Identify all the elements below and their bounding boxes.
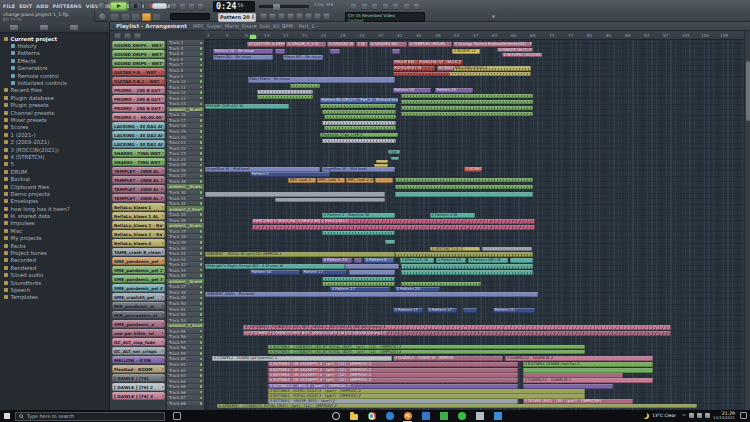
picker-clip[interactable]: TEMPLET - 2008 AL 4▾ <box>112 194 165 202</box>
playlist-clip[interactable]: AngelBox W - Mid beat <box>322 167 395 172</box>
pencil-icon[interactable] <box>260 13 267 20</box>
track-mute-led[interactable] <box>200 252 203 255</box>
playlist-clip[interactable]: MPC took 4 <box>288 178 316 183</box>
track-header[interactable]: ambient__Snare W <box>167 223 204 229</box>
chevron-down-icon[interactable]: ▾ <box>162 367 165 371</box>
playlist-clip[interactable]: MELLOW GOLD 2 <box>453 66 531 71</box>
playlist-clip[interactable]: 4 BOTW64 - (W 34)(KEPT) 2 - (prt) - (12)… <box>268 378 518 383</box>
playlist-clip[interactable]: 4 Pattern 17 <box>427 308 457 313</box>
book-icon[interactable] <box>392 3 399 10</box>
timeline-ruler[interactable]: 1591317212529333741454953576165697377818… <box>205 31 744 40</box>
track-mute-led[interactable] <box>200 280 203 283</box>
green-app-taskbar-icon[interactable] <box>439 412 448 421</box>
playlist-clip[interactable]: ACQUITTED & DEFEND <box>247 42 285 47</box>
note-icon[interactable] <box>361 3 368 10</box>
playlist-clip[interactable]: 4 DAWNLS2 - DAWN W 2 <box>523 378 653 383</box>
paint-tool-icon[interactable] <box>124 33 131 39</box>
playlist-clip[interactable] <box>322 121 396 125</box>
whatsapp-taskbar-icon[interactable] <box>457 412 466 421</box>
playlist-clip[interactable] <box>322 282 395 286</box>
track-mute-led[interactable] <box>200 219 203 222</box>
scrollbar-thumb[interactable] <box>746 61 750 121</box>
track-mute-led[interactable] <box>200 385 203 388</box>
track-mute-led[interactable] <box>200 169 203 172</box>
edge-taskbar-icon[interactable] <box>385 412 394 421</box>
chevron-down-icon[interactable]: ▾ <box>162 142 165 146</box>
track-mute-led[interactable] <box>200 47 203 50</box>
cortana-taskbar-icon[interactable] <box>331 412 340 421</box>
picker-clip[interactable]: FleeGod - BOOM▾ <box>112 365 165 373</box>
battery-icon[interactable] <box>689 413 694 418</box>
stop-button[interactable] <box>129 2 142 10</box>
pan-knob[interactable] <box>99 13 106 20</box>
pattern-selector[interactable]: Pattern 20 ▲▼ <box>218 13 256 22</box>
picker-clip[interactable]: PROMO - 200 B GUT AL 2▾ <box>112 95 165 103</box>
track-mute-led[interactable] <box>200 347 203 350</box>
picker-clip[interactable]: SHAKES - TING WET▾ <box>112 149 165 157</box>
playlist-clip[interactable]: 4 Pattern 8 <box>364 258 394 263</box>
playlist-clip[interactable] <box>322 231 395 235</box>
track-mute-led[interactable] <box>200 397 203 400</box>
playlist-clip[interactable]: Pattern 5 <box>250 172 330 177</box>
options-icon[interactable] <box>134 33 141 39</box>
track-mute-led[interactable] <box>200 53 203 56</box>
paint-taskbar-icon[interactable] <box>475 412 484 421</box>
playlist-clip[interactable]: 4-BONED <box>464 167 482 172</box>
picker-clip[interactable]: TEMPLET - 2008 AL▾ <box>112 167 165 175</box>
track-mute-led[interactable] <box>200 324 203 327</box>
playlist-clip[interactable] <box>290 84 320 88</box>
browser-item-scores[interactable]: Scores <box>0 124 109 131</box>
mic-icon[interactable] <box>371 3 378 10</box>
chevron-down-icon[interactable]: ▾ <box>162 304 165 308</box>
chevron-down-icon[interactable]: ▾ <box>162 133 165 137</box>
playlist-clip[interactable]: 4 BOTW64 (DAWN (4p)(4p) 2 <box>523 362 653 367</box>
chevron-down-icon[interactable]: ▾ <box>162 349 165 353</box>
playlist-clip[interactable]: 4 Pattern (BF) W <box>468 258 508 263</box>
chevron-down-icon[interactable]: ▾ <box>162 286 165 290</box>
track-mute-led[interactable] <box>200 258 203 261</box>
playlist-clip[interactable] <box>510 258 533 263</box>
browser-item-templates[interactable]: Templates <box>0 294 109 301</box>
playlist-clip[interactable] <box>401 282 481 286</box>
track-mute-led[interactable] <box>200 202 203 205</box>
browser-item-drum[interactable]: DRUM <box>0 168 109 175</box>
playlist-clip[interactable] <box>320 104 396 108</box>
picker-clip[interactable]: SHAKES - TING WET 2▾ <box>112 158 165 166</box>
browser-item-patterns[interactable]: Patterns <box>0 50 109 57</box>
playlist-clip[interactable]: 4 (EXTINCT)(4) 2 <box>430 247 480 251</box>
playlist-clip[interactable] <box>401 264 533 269</box>
playlist-clip[interactable]: 2 W-TOPIC (SC)(LID) 2 <box>502 53 542 57</box>
browser-item-backup[interactable]: Backup <box>0 175 109 182</box>
browser-item-clipboard-files[interactable]: Clipboard files <box>0 183 109 190</box>
browser-item-plugin-database[interactable]: Plugin database <box>0 94 109 101</box>
track-mute-led[interactable] <box>200 319 203 322</box>
playlist-clip[interactable] <box>349 270 395 275</box>
track-mute-led[interactable] <box>200 103 203 106</box>
playlist-clip[interactable]: 4 Pattern 17 <box>393 308 423 313</box>
playlist-clip[interactable]: 4 Pattern 4 - Bassline W <box>322 213 395 218</box>
track-mute-led[interactable] <box>200 80 203 83</box>
shuttle-slider[interactable] <box>259 5 309 8</box>
chevron-down-icon[interactable]: ▾ <box>162 295 165 299</box>
track-mute-led[interactable] <box>200 363 203 366</box>
browser-item-sliced-audio[interactable]: Sliced audio <box>0 272 109 279</box>
picker-clip[interactable]: GUITAR F.B.2 - WET▾ <box>112 77 165 85</box>
track-header[interactable]: ambient_3_Snare W <box>167 323 204 329</box>
playlist-clip[interactable] <box>345 264 399 269</box>
picker-clip[interactable]: BellaLu_klaws 1▾ <box>112 203 165 211</box>
chevron-down-icon[interactable]: ▾ <box>162 214 165 218</box>
pattern-spinner-icon[interactable]: ▲▼ <box>252 14 254 20</box>
picker-clip[interactable]: [ DAWLE ] [76]▾ <box>112 374 165 382</box>
playlist-clip[interactable]: ROYALB051 W <box>393 66 435 71</box>
track-mute-led[interactable] <box>200 308 203 311</box>
playlist-button[interactable] <box>110 13 119 22</box>
chevron-down-icon[interactable]: ▼ <box>492 14 495 19</box>
main-volume-knob[interactable] <box>98 2 105 9</box>
browser-item-initialized-controls[interactable]: Initialized controls <box>0 79 109 86</box>
playlist-clip[interactable] <box>324 126 396 130</box>
track-mute-led[interactable] <box>200 297 203 300</box>
track-mute-led[interactable] <box>200 141 203 144</box>
browser-item-plugin-presets[interactable]: Plugin presets <box>0 102 109 109</box>
volume-icon[interactable] <box>705 413 710 418</box>
browser-item-impulses[interactable]: Impulses <box>0 220 109 227</box>
